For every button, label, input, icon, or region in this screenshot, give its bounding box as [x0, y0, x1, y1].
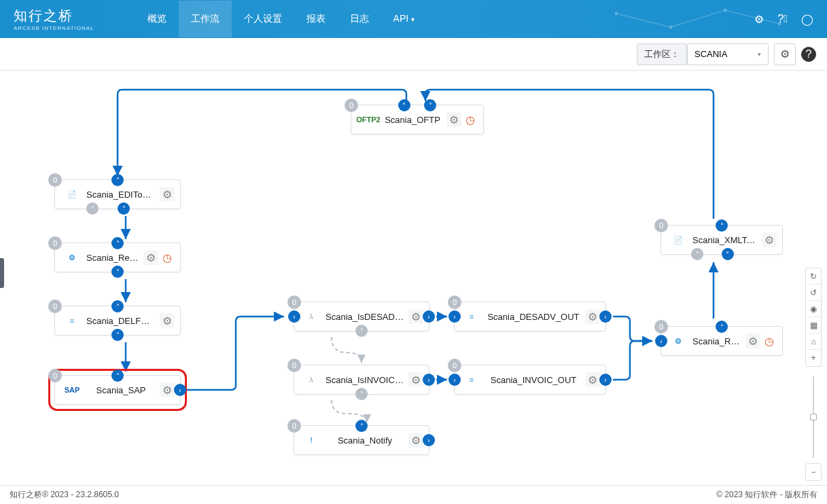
port-bottom_right[interactable]: ˅ [118, 202, 130, 215]
port-right[interactable]: › [423, 374, 435, 386]
port-bottom[interactable]: ˅ [355, 325, 368, 337]
node-desadvout[interactable]: 0≡Scania_DESADV_OUT⚙›› [454, 302, 606, 331]
port-top_right[interactable]: ˅ [424, 99, 436, 111]
gear-icon[interactable]: ⚙ [585, 309, 600, 324]
node-type-icon: ! [304, 433, 319, 448]
node-label: Scania_Rena... [86, 253, 139, 263]
gear-icon[interactable]: ⚙ [160, 382, 175, 397]
port-top[interactable]: ˄ [111, 300, 124, 312]
clock-icon: ◷ [463, 112, 478, 127]
port-bottom[interactable]: ˅ [111, 266, 124, 278]
gear-icon[interactable]: ⚙ [143, 250, 158, 265]
logo: 知行之桥 ARCESB INTERNATIONAL [14, 7, 94, 31]
port-left[interactable]: › [448, 310, 461, 323]
help-icon[interactable]: ?⃝ [777, 13, 788, 26]
port-top_left[interactable]: ˄ [398, 99, 410, 111]
port-right[interactable]: › [599, 310, 612, 323]
node-label: Scania_INVOIC_OUT [486, 375, 581, 385]
gear-icon[interactable]: ⚙ [160, 313, 175, 328]
clock-icon: ◷ [762, 334, 777, 348]
port-bottom_left[interactable]: ˅ [86, 202, 99, 215]
svg-line-4 [616, 14, 671, 27]
workspace-select[interactable]: SCANIA ▾ [687, 43, 769, 65]
port-right[interactable]: › [174, 384, 186, 396]
node-rena1[interactable]: 0⚙Scania_Rena...⚙◷˄˅ [54, 242, 181, 272]
gear-icon[interactable]: ⚙ [762, 232, 777, 247]
home-button[interactable]: ⌂ [806, 334, 821, 350]
count-badge: 0 [287, 419, 301, 433]
port-top[interactable]: ˄ [111, 370, 124, 382]
zoom-in-button[interactable]: + [806, 350, 821, 366]
port-left[interactable]: › [655, 335, 667, 347]
gear-icon[interactable]: ⚙ [408, 433, 423, 448]
footer-copyright: © 2023 知行软件 - 版权所有 [716, 489, 817, 501]
gear-icon[interactable]: ⚙ [745, 334, 760, 348]
nav-settings[interactable]: 个人设置 [232, 1, 294, 37]
port-bottom[interactable]: ˅ [111, 329, 124, 341]
port-top[interactable]: ˄ [111, 237, 124, 249]
port-bottom_right[interactable]: ˅ [722, 248, 734, 260]
gear-icon[interactable]: ⚙ [446, 112, 461, 127]
node-oftp[interactable]: 0OFTP2Scania_OFTP⚙◷˄˅ [351, 105, 484, 134]
workspace-settings-button[interactable]: ⚙ [774, 43, 796, 65]
gear-icon[interactable]: ⚙ [754, 13, 764, 26]
node-isinvoic[interactable]: 0λScania_IsINVOIC▲⚙›˅ [294, 365, 429, 395]
nav-logs[interactable]: 日志 [338, 1, 381, 37]
view-button[interactable]: ◉ [806, 301, 821, 317]
gear-icon[interactable]: ⚙ [585, 372, 600, 387]
node-type-icon: ≡ [65, 313, 80, 328]
redo-button[interactable]: ↻ [806, 268, 821, 285]
port-bottom[interactable]: ˅ [355, 388, 368, 400]
nav-api[interactable]: API▾ [381, 1, 427, 37]
port-left[interactable]: › [448, 374, 461, 386]
count-badge: 0 [287, 295, 301, 309]
port-right[interactable]: › [423, 434, 435, 446]
port-right[interactable]: › [599, 374, 612, 386]
nav-overview[interactable]: 概览 [135, 1, 179, 37]
count-badge: 0 [345, 98, 358, 112]
nav-workflow[interactable]: 工作流 [179, 1, 232, 37]
gear-icon[interactable]: ⚙ [160, 187, 175, 202]
count-badge: 0 [654, 219, 668, 232]
port-right[interactable]: › [423, 310, 435, 323]
node-label: Scania_Notify [325, 435, 404, 446]
node-rena2[interactable]: 0⚙Scania_Rena...⚙◷›˄ [661, 326, 783, 356]
node-editoxml[interactable]: 0📄Scania_EDIToXML⚙˄˅˅ [54, 179, 181, 209]
fit-button[interactable]: ▦ [806, 317, 821, 334]
gear-icon[interactable]: ⚙ [408, 372, 423, 387]
port-left[interactable]: › [288, 310, 300, 323]
workspace-help-button[interactable]: ? [801, 47, 816, 62]
port-top[interactable]: ˄ [111, 174, 124, 186]
node-type-icon: 📄 [65, 187, 80, 202]
node-label: Scania_IsINVOIC▲ [325, 375, 404, 385]
node-type-icon: SAP [65, 382, 80, 397]
svg-point-2 [724, 9, 726, 12]
node-isdesadv[interactable]: 0λScania_IsDESADV▲⚙››˅ [294, 302, 429, 331]
workflow-canvas[interactable]: 0OFTP2Scania_OFTP⚙◷˄˅0📄Scania_EDIToXML⚙˄… [0, 71, 827, 485]
footer-version: 知行之桥® 2023 - 23.2.8605.0 [10, 489, 119, 501]
workspace-bar: 工作区： SCANIA ▾ ⚙ ? [0, 38, 827, 71]
gear-icon[interactable]: ⚙ [408, 309, 423, 324]
node-delfor[interactable]: 0≡Scania_DELFOR_...⚙˄˅ [54, 306, 181, 336]
zoom-slider-thumb[interactable] [810, 414, 817, 420]
node-type-icon: ⚙ [671, 334, 686, 348]
node-notify[interactable]: 0!Scania_Notify⚙˄› [294, 425, 429, 455]
user-icon[interactable]: ◯ [801, 13, 813, 26]
port-bottom_left[interactable]: ˅ [691, 248, 703, 260]
app-footer: 知行之桥® 2023 - 23.2.8605.0 © 2023 知行软件 - 版… [0, 485, 827, 504]
undo-button[interactable]: ↺ [806, 285, 821, 301]
port-top[interactable]: ˄ [716, 219, 728, 232]
side-drawer-tab[interactable] [0, 258, 4, 288]
node-label: Scania_IsDESADV▲ [325, 312, 404, 322]
zoom-out-button[interactable]: − [806, 464, 821, 480]
node-invoicout[interactable]: 0≡Scania_INVOIC_OUT⚙›› [454, 365, 606, 395]
node-xmltoedi[interactable]: 0📄Scania_XMLToEDI⚙˅˅˄ [661, 225, 783, 255]
node-sap[interactable]: 0SAPScania_SAP⚙˄› [54, 375, 181, 405]
port-top[interactable]: ˄ [355, 420, 368, 432]
nav-reports[interactable]: 报表 [294, 1, 338, 37]
count-badge: 0 [48, 173, 62, 187]
svg-point-1 [669, 26, 672, 29]
count-badge: 0 [654, 320, 668, 334]
port-top[interactable]: ˄ [716, 321, 728, 333]
node-type-icon: ≡ [464, 309, 479, 324]
